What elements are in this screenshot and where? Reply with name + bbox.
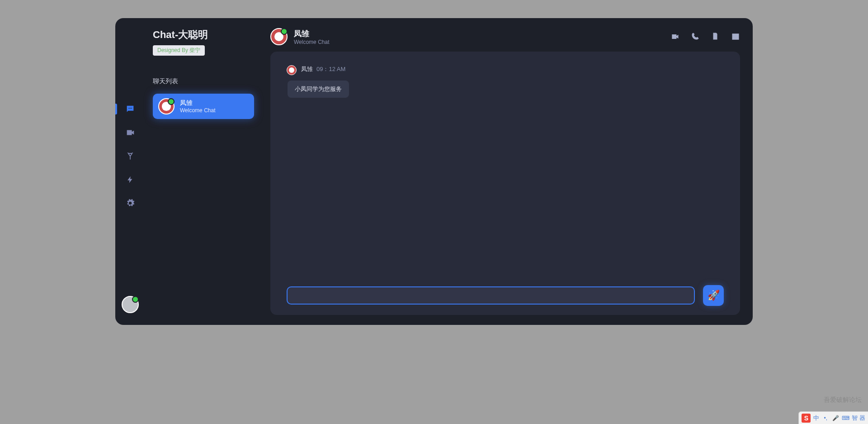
msg-avatar-icon [287,65,297,75]
ime-lang[interactable]: 中 [813,414,819,422]
nav-rail [115,18,145,325]
header-name: 凤雏 [294,29,329,39]
chat-header: 凤雏 Welcome Chat [270,26,740,52]
svg-point-0 [128,108,129,109]
message-row: 凤雏 09：12 AM [287,65,724,75]
main-panel: 凤雏 Welcome Chat 凤雏 09：12 AM 小凤同学为您 [262,18,753,325]
chat-list-item[interactable]: 凤雏 Welcome Chat [153,94,254,119]
app-window: Chat-大聪明 Designed By 柴宁 聊天列表 凤雏 Welcome … [115,18,753,325]
designer-badge: Designed By 柴宁 [153,45,205,56]
section-label: 聊天列表 [153,77,254,86]
header-subtitle: Welcome Chat [294,39,329,45]
bot-avatar-icon [158,98,175,114]
sidebar: Chat-大聪明 Designed By 柴宁 聊天列表 凤雏 Welcome … [145,18,262,325]
video-call-icon[interactable] [670,32,679,41]
watermark: 吾爱破解论坛 [824,396,862,404]
svg-point-1 [130,108,131,109]
nav-settings[interactable] [115,191,145,215]
msg-author: 凤雏 [301,65,313,73]
gear-icon [126,199,135,208]
app-title: Chat-大聪明 [153,28,254,42]
svg-point-3 [733,35,735,36]
ime-mic-icon[interactable]: 🎤 [832,414,839,422]
msg-bubble: 小凤同学为您服务 [288,81,349,98]
bolt-icon [126,176,134,184]
chat-area: 凤雏 09：12 AM 小凤同学为您服务 🚀 [270,52,740,315]
chat-icon [125,104,135,114]
chat-item-name: 凤雏 [180,99,215,107]
ime-extra[interactable]: 智 器 [852,414,865,422]
nav-bolt[interactable] [115,168,145,191]
nav-chat[interactable] [115,97,145,121]
chat-item-subtitle: Welcome Chat [180,107,215,114]
send-button[interactable]: 🚀 [703,285,724,306]
nav-video[interactable] [115,121,145,144]
svg-point-2 [131,108,132,109]
user-avatar[interactable] [122,296,139,315]
nav-antenna[interactable] [115,144,145,168]
file-icon[interactable] [711,32,719,41]
ime-keyboard-icon[interactable]: ⌨ [842,414,849,422]
video-icon [125,128,135,138]
rocket-icon: 🚀 [708,290,720,301]
antenna-icon [126,152,135,161]
image-icon[interactable] [731,32,740,41]
ime-logo-icon: S [802,414,811,423]
phone-icon[interactable] [691,32,699,41]
input-row: 🚀 [287,277,724,306]
header-avatar-icon [270,28,288,45]
ime-toolbar[interactable]: S 中 •, 🎤 ⌨ 智 器 [798,411,868,424]
message-input[interactable] [287,286,695,305]
ime-punct-icon[interactable]: •, [822,414,829,422]
msg-time: 09：12 AM [316,65,345,73]
